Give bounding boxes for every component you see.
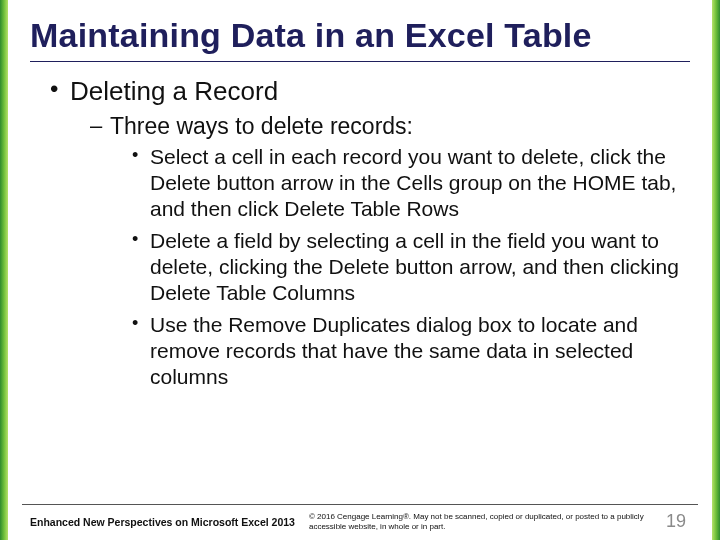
bullet-level3: Delete a field by selecting a cell in th… — [132, 228, 686, 306]
footer-page-number: 19 — [666, 511, 690, 532]
slide-right-accent — [712, 0, 720, 540]
bullet-level3: Use the Remove Duplicates dialog box to … — [132, 312, 686, 390]
slide-content: Deleting a Record Three ways to delete r… — [8, 72, 712, 504]
footer-copyright: © 2016 Cengage Learning®. May not be sca… — [309, 512, 652, 532]
title-underline — [30, 61, 690, 62]
slide-title: Maintaining Data in an Excel Table — [8, 0, 712, 61]
bullet-level2: Three ways to delete records: — [90, 113, 686, 140]
bullet-level1: Deleting a Record — [50, 76, 686, 107]
slide-body: Maintaining Data in an Excel Table Delet… — [8, 0, 712, 540]
slide-footer: Enhanced New Perspectives on Microsoft E… — [22, 504, 698, 540]
slide-left-accent — [0, 0, 8, 540]
footer-book-title: Enhanced New Perspectives on Microsoft E… — [30, 516, 295, 528]
bullet-level3: Select a cell in each record you want to… — [132, 144, 686, 222]
